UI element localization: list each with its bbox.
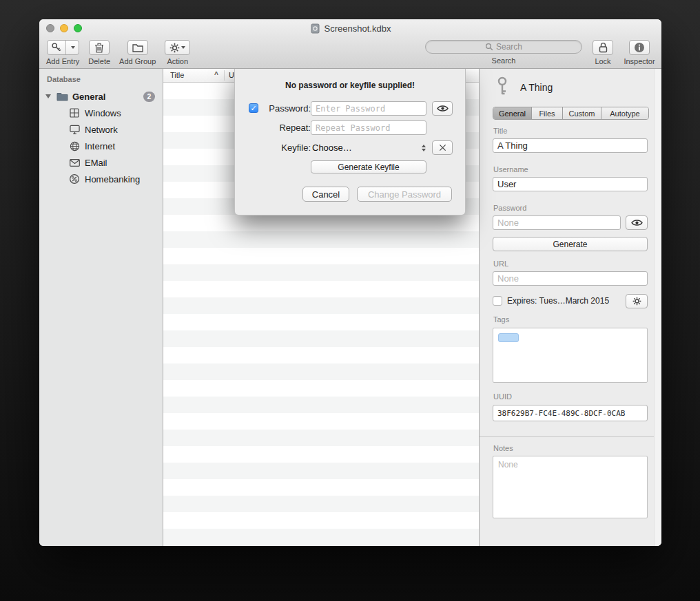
folder-plus-icon xyxy=(132,43,143,52)
disclosure-triangle-icon[interactable] xyxy=(45,94,51,98)
dialog-repeat-label: Repeat: xyxy=(251,120,311,135)
sidebar-item-label: EMail xyxy=(85,158,107,168)
scrollbar-track[interactable] xyxy=(654,69,661,546)
username-label: Username xyxy=(493,165,528,173)
expires-label: Expires: Tues…March 2015 xyxy=(507,294,609,308)
tags-label: Tags xyxy=(493,315,509,324)
tab-custom[interactable]: Custom xyxy=(563,107,601,119)
change-password-button[interactable]: Change Password xyxy=(357,187,452,202)
dialog-repeat-input[interactable] xyxy=(311,120,426,135)
lock-icon xyxy=(599,42,608,53)
tab-files[interactable]: Files xyxy=(532,107,563,119)
sidebar-item-internet[interactable]: Internet xyxy=(39,138,163,154)
sidebar-item-email[interactable]: EMail xyxy=(39,154,163,171)
entry-title: A Thing xyxy=(520,82,553,93)
inspector-tabs: General Files Custom Autotype xyxy=(493,107,649,120)
keyfile-popup[interactable]: Choose… xyxy=(312,140,428,155)
eye-icon xyxy=(437,105,449,112)
eye-icon xyxy=(631,219,643,226)
trash-icon xyxy=(94,42,104,53)
window-title: Screenshot.kdbx xyxy=(325,23,391,34)
inspector-button[interactable] xyxy=(629,40,650,55)
password-input[interactable] xyxy=(493,215,621,230)
toolbar-item-action: Action xyxy=(165,40,190,65)
titlebar: Screenshot.kdbx xyxy=(39,19,661,37)
keyfile-clear-button[interactable] xyxy=(432,140,453,155)
action-label: Action xyxy=(167,57,189,65)
add-entry-dropdown[interactable] xyxy=(66,41,79,54)
toolbar-item-inspector: Inspector xyxy=(621,40,658,65)
add-entry-button[interactable] xyxy=(47,40,79,55)
key-plus-icon xyxy=(48,41,65,54)
notes-label: Notes xyxy=(493,444,513,452)
sidebar-item-label: Internet xyxy=(85,141,115,151)
dialog-password-label: Password: xyxy=(251,101,311,116)
uuid-input[interactable] xyxy=(493,405,648,421)
lock-button[interactable] xyxy=(593,40,613,55)
sidebar-item-homebanking[interactable]: Homebanking xyxy=(39,171,163,187)
divider xyxy=(480,436,661,437)
toolbar-item-search: Search Search xyxy=(425,40,582,65)
delete-label: Delete xyxy=(88,57,110,65)
lock-label: Lock xyxy=(595,57,610,65)
password-reveal-button[interactable] xyxy=(626,215,648,230)
dialog-password-reveal-button[interactable] xyxy=(432,101,453,116)
info-icon xyxy=(634,42,645,53)
search-input[interactable]: Search xyxy=(425,40,582,54)
toolbar: Add Entry Delete xyxy=(39,37,661,69)
popup-stepper-icon xyxy=(422,145,428,151)
gear-icon xyxy=(632,297,641,306)
tags-field[interactable] xyxy=(493,328,648,383)
column-divider[interactable] xyxy=(224,70,225,81)
window-chrome: Screenshot.kdbx Add Entry xyxy=(39,19,661,69)
add-entry-label: Add Entry xyxy=(46,57,79,65)
tab-autotype[interactable]: Autotype xyxy=(601,107,648,119)
toolbar-item-delete: Delete xyxy=(88,40,110,65)
inspector-panel: A Thing General Files Custom Autotype Ti… xyxy=(479,69,661,546)
dialog-message: No password or keyfile supplied! xyxy=(235,81,465,90)
envelope-icon xyxy=(68,159,81,167)
inspector-label: Inspector xyxy=(624,57,655,65)
action-button[interactable] xyxy=(165,40,190,55)
uuid-label: UUID xyxy=(493,392,512,401)
tab-general[interactable]: General xyxy=(493,107,532,119)
entry-count-badge: 2 xyxy=(143,92,155,102)
entry-key-icon xyxy=(497,76,508,96)
search-icon xyxy=(485,43,493,51)
search-label: Search xyxy=(492,56,516,65)
close-x-icon xyxy=(439,144,446,151)
globe-icon xyxy=(68,141,81,151)
username-input[interactable] xyxy=(493,177,648,191)
dialog-keyfile-label: Keyfile: xyxy=(251,140,311,155)
title-label: Title xyxy=(493,127,507,135)
sidebar-item-general[interactable]: General 2 xyxy=(39,88,163,105)
document-proxy-icon xyxy=(310,23,320,34)
cancel-button[interactable]: Cancel xyxy=(302,187,349,202)
sidebar-item-label: Network xyxy=(85,125,118,135)
windows-icon xyxy=(68,108,81,118)
add-group-label: Add Group xyxy=(119,57,156,65)
sidebar-item-label: Homebanking xyxy=(85,174,140,184)
delete-button[interactable] xyxy=(89,40,110,55)
gear-icon xyxy=(169,43,180,53)
search-placeholder: Search xyxy=(496,42,522,52)
title-area: Screenshot.kdbx xyxy=(39,19,661,37)
chevron-down-icon xyxy=(71,46,75,49)
dialog-password-input[interactable] xyxy=(311,101,426,116)
password-label: Password xyxy=(493,204,526,212)
expires-checkbox[interactable] xyxy=(493,296,502,306)
expires-gear-button[interactable] xyxy=(626,294,648,308)
change-password-dialog: No password or keyfile supplied! ✓ Passw… xyxy=(234,69,466,215)
app-window: Screenshot.kdbx Add Entry xyxy=(39,19,661,546)
keyfile-value: Choose… xyxy=(312,143,352,153)
add-group-button[interactable] xyxy=(127,40,148,55)
title-input[interactable] xyxy=(493,138,648,153)
generate-password-button[interactable]: Generate xyxy=(493,237,648,251)
sidebar-item-windows[interactable]: Windows xyxy=(39,105,163,121)
generate-keyfile-button[interactable]: Generate Keyfile xyxy=(311,160,426,173)
tag-pill[interactable] xyxy=(498,333,519,342)
column-header-title[interactable]: Title xyxy=(170,71,184,79)
notes-textarea[interactable] xyxy=(493,456,648,518)
url-input[interactable] xyxy=(493,271,648,286)
sidebar-item-network[interactable]: Network xyxy=(39,121,163,138)
